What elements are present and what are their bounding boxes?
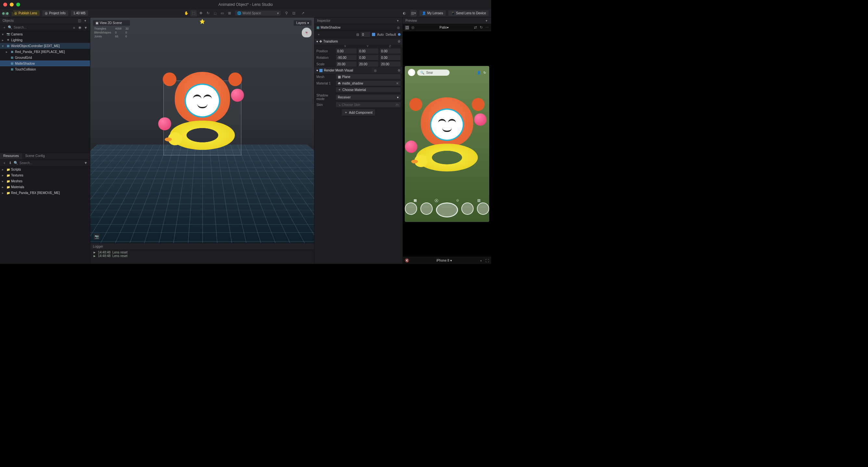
import-resource-button[interactable]: ⬇ <box>8 160 12 165</box>
device-preview-icon[interactable]: ↗ <box>300 10 306 17</box>
preview-record-icon[interactable]: ▪ <box>479 258 484 263</box>
resource-item[interactable]: ▸📁Materials <box>0 184 90 190</box>
add-component-button[interactable]: ＋ Add Component <box>342 109 375 116</box>
remove-material-icon[interactable]: ✕ <box>396 82 399 85</box>
render-mesh-section-header[interactable]: ▾ Render Mesh Visual ◎ ⚙ <box>314 67 402 74</box>
auto-checkbox[interactable] <box>372 33 375 36</box>
viewport-camera-icon[interactable]: 📷 <box>94 233 100 240</box>
maximize-window-button[interactable] <box>16 3 20 6</box>
component-target-icon[interactable]: ◎ <box>374 68 377 72</box>
minimize-window-button[interactable] <box>10 3 13 6</box>
gear-icon[interactable]: ⚙ <box>398 40 401 43</box>
resources-filter-icon[interactable]: ▼ <box>84 160 88 165</box>
objects-collapse-icon[interactable]: ▾ <box>83 19 87 23</box>
preview-fullscreen-icon[interactable]: ⛶ <box>485 258 489 263</box>
chevron-right-icon[interactable]: ▸ <box>2 185 5 189</box>
chevron-down-icon[interactable]: ▾ <box>2 44 5 48</box>
snapchat-ghost-icon[interactable]: 👻 <box>302 28 312 37</box>
inspector-target-icon[interactable]: ◎ <box>396 25 401 30</box>
rotation-y-input[interactable]: 0.00 <box>358 55 379 60</box>
preview-viewport[interactable]: 🔍 Sear 👤 ↻ ▦ ⓧ ☺ ▥ <box>403 31 491 257</box>
scale-tool-icon[interactable]: □ <box>212 10 218 17</box>
component-enabled-checkbox[interactable] <box>319 69 322 72</box>
objects-search-input[interactable] <box>13 26 70 29</box>
my-lenses-button[interactable]: 👤 My Lenses <box>420 10 445 16</box>
resource-item[interactable]: ▸📁Scripts <box>0 167 90 173</box>
view-2d-scene-button[interactable]: ▣ View 2D Scene <box>93 20 130 26</box>
resource-item[interactable]: ▸📁Textures <box>0 173 90 178</box>
scene-viewport[interactable]: ⭐ ▣ View 2D Scene Triangles405832 Blends… <box>90 18 314 243</box>
scale-z-input[interactable]: 20.00 <box>380 61 401 67</box>
gear-icon[interactable]: ⚙ <box>398 68 401 72</box>
add-resource-button[interactable]: ＋ <box>2 160 6 165</box>
objects-filter-icon[interactable]: ▼ <box>84 25 88 30</box>
rotate-tool-icon[interactable]: ↻ <box>205 10 211 17</box>
rotation-x-input[interactable]: -90.00 <box>336 55 357 60</box>
tree-item-camera[interactable]: ▾📷Camera◉ <box>0 31 90 37</box>
resource-item[interactable]: ▸📁Red_Panda_FBX [REMOVE_ME] <box>0 190 90 196</box>
position-z-input[interactable]: 0.00 <box>380 49 401 54</box>
objects-lock-icon[interactable]: ◉ <box>78 25 82 30</box>
preview-shuffle-icon[interactable]: ⇄ <box>473 25 477 30</box>
tree-item-lighting[interactable]: ▸☀Lighting◉ <box>0 37 90 43</box>
theme-toggle-icon[interactable]: ◐ <box>401 10 408 17</box>
layer-color-dot[interactable] <box>398 33 401 36</box>
browse-skin-icon[interactable]: 🗀 <box>395 103 399 107</box>
layers-dropdown[interactable]: Layers ▾ <box>294 20 312 26</box>
preview-refresh-icon[interactable]: ↻ <box>479 25 484 30</box>
objects-view-toggle-icon[interactable]: ≡ <box>72 25 76 30</box>
scale-y-input[interactable]: 20.00 <box>358 61 379 67</box>
shadow-mode-select[interactable]: Receiver▾ <box>336 94 401 100</box>
preview-scene-select[interactable]: Patio▾ <box>416 26 472 29</box>
pan-tool-icon[interactable]: ✋ <box>183 10 190 17</box>
close-window-button[interactable] <box>3 3 7 6</box>
chevron-right-icon[interactable]: ▸ <box>2 38 5 42</box>
objects-view-icon[interactable]: ◫ <box>77 19 82 23</box>
publish-lens-button[interactable]: ◎ Publish Lens <box>12 10 40 16</box>
send-to-device-button[interactable]: 📱 Send Lens to Device <box>448 10 489 16</box>
preview-image-mode-icon[interactable]: 🖼 <box>405 25 409 30</box>
move-tool-icon[interactable]: ✥ <box>197 10 204 17</box>
select-tool-icon[interactable]: ⬚ <box>190 10 197 17</box>
tree-item-ground-grid[interactable]: ▦GroundGrid◉ <box>0 55 90 60</box>
rect-tool-icon[interactable]: ▭ <box>219 10 225 17</box>
resource-item[interactable]: ▸📁Meshes <box>0 178 90 184</box>
preview-device-select[interactable]: iPhone 8 ▾ <box>411 259 477 262</box>
rotation-z-input[interactable]: 0.00 <box>380 55 401 60</box>
mesh-value-chip[interactable]: ▦ Plane <box>336 74 401 79</box>
chevron-right-icon[interactable]: ▸ <box>2 168 5 171</box>
choose-material-button[interactable]: ＋ Choose Material <box>336 87 401 92</box>
chevron-right-icon[interactable]: ▸ <box>2 191 5 195</box>
position-y-input[interactable]: 0.00 <box>358 49 379 54</box>
coordinate-space-select[interactable]: 🌐 World Space▾ <box>235 11 281 16</box>
add-object-button[interactable]: ＋ <box>2 25 6 30</box>
tab-scene-config[interactable]: Scene Config <box>22 153 48 159</box>
transform-section-header[interactable]: ▾ ✥ Transform ⚙ <box>314 38 402 45</box>
resources-search-input[interactable] <box>20 161 82 165</box>
layer-id-value[interactable]: 0 <box>361 32 370 37</box>
preview-webcam-mode-icon[interactable]: ◎ <box>411 25 415 30</box>
layout-settings-icon[interactable]: ▥▾ <box>410 10 417 17</box>
preview-more-icon[interactable]: ⋯ <box>485 25 489 30</box>
tree-item-red-panda[interactable]: ▸▣Red_Panda_FBX [REPLACE_ME]◉ <box>0 49 90 55</box>
tree-item-touch-collision[interactable]: ▦TouchCollision◉ <box>0 66 90 72</box>
scale-x-input[interactable]: 20.00 <box>336 61 357 67</box>
material-value-chip[interactable]: ◓ matte_shadow✕ <box>336 81 401 86</box>
project-info-button[interactable]: ◎ Project Info <box>42 10 68 16</box>
skin-value-chip[interactable]: ↘ Choose Skin🗀 <box>336 102 401 107</box>
chevron-right-icon[interactable]: ▸ <box>6 50 9 54</box>
tab-resources[interactable]: Resources <box>0 153 22 159</box>
position-x-input[interactable]: 0.00 <box>336 49 357 54</box>
preview-mute-icon[interactable]: 🔇 <box>405 258 409 263</box>
inspector-collapse-icon[interactable]: ▾ <box>395 19 400 23</box>
snap-settings-icon[interactable]: ⊡ <box>290 10 297 17</box>
logger-body[interactable]: ► 14:48:48 Lens reset ► 14:48:48 Lens re… <box>90 250 314 264</box>
chevron-down-icon[interactable]: ▾ <box>2 32 5 36</box>
chevron-right-icon[interactable]: ▸ <box>2 179 5 183</box>
magnet-icon[interactable]: ⚲ <box>283 10 290 17</box>
tree-item-matte-shadow[interactable]: ▦MatteShadow◉ <box>0 60 90 66</box>
preview-collapse-icon[interactable]: ▾ <box>484 19 489 23</box>
chevron-right-icon[interactable]: ▸ <box>2 174 5 177</box>
tree-item-world-controller[interactable]: ▾▦WorldObjectController [EDIT_ME]◉ <box>0 43 90 49</box>
add-icon[interactable]: ＋ <box>316 32 321 37</box>
